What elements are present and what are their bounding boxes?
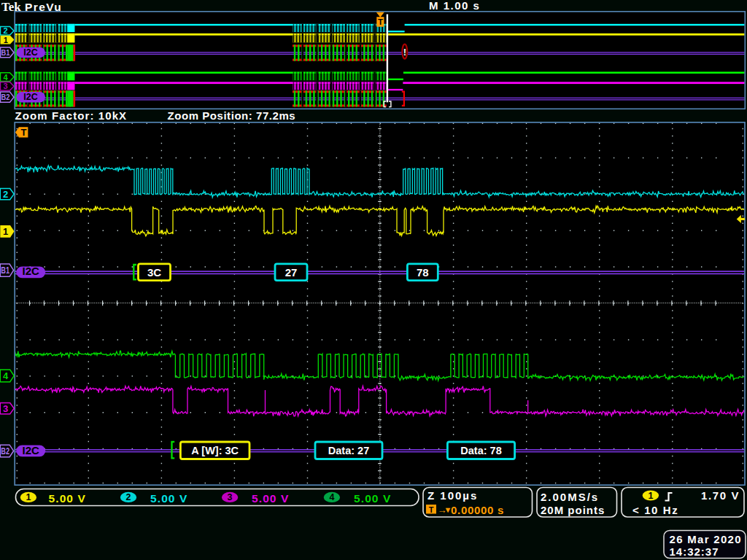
svg-text:PreVu: PreVu bbox=[25, 1, 62, 13]
svg-text:Data: 78: Data: 78 bbox=[460, 445, 501, 456]
svg-text:Z 100µs: Z 100µs bbox=[427, 489, 478, 502]
svg-text:Data: 27: Data: 27 bbox=[328, 445, 369, 456]
svg-text:B2: B2 bbox=[1, 93, 10, 101]
svg-text:78: 78 bbox=[417, 266, 429, 279]
svg-text:I2C: I2C bbox=[23, 265, 40, 277]
svg-text:2: 2 bbox=[126, 492, 131, 502]
svg-text:Zoom Position: 77.2ms: Zoom Position: 77.2ms bbox=[168, 109, 296, 122]
svg-text:M 1.00 s: M 1.00 s bbox=[429, 0, 480, 12]
svg-text:4: 4 bbox=[329, 492, 334, 502]
svg-text:I2C: I2C bbox=[23, 444, 40, 456]
svg-text:B1: B1 bbox=[1, 48, 10, 57]
svg-text:!: ! bbox=[403, 47, 406, 58]
svg-text:3: 3 bbox=[228, 492, 233, 502]
svg-text:I2C: I2C bbox=[23, 92, 37, 102]
svg-text:1: 1 bbox=[3, 226, 8, 237]
svg-text:5.00 V: 5.00 V bbox=[354, 492, 391, 505]
svg-text:B2: B2 bbox=[1, 446, 9, 456]
svg-text:1: 1 bbox=[4, 36, 8, 44]
svg-text:5.00 V: 5.00 V bbox=[252, 492, 289, 505]
svg-text:T: T bbox=[21, 127, 27, 138]
svg-text:1: 1 bbox=[26, 492, 31, 502]
svg-text:2: 2 bbox=[3, 26, 7, 35]
svg-text:1.70 V: 1.70 V bbox=[701, 489, 740, 502]
svg-text:A [W]: 3C: A [W]: 3C bbox=[191, 445, 239, 456]
svg-text:T: T bbox=[429, 505, 434, 514]
svg-text:20M points: 20M points bbox=[541, 504, 605, 516]
svg-text:B1: B1 bbox=[1, 265, 9, 276]
svg-text:I2C: I2C bbox=[23, 47, 37, 58]
svg-text:4: 4 bbox=[3, 370, 9, 381]
svg-text:3C: 3C bbox=[147, 266, 161, 279]
svg-text:0.00000 s: 0.00000 s bbox=[451, 504, 504, 516]
svg-text:1: 1 bbox=[648, 491, 653, 501]
svg-text:26 Mar 2020: 26 Mar 2020 bbox=[670, 533, 742, 545]
svg-text:< 10 Hz: < 10 Hz bbox=[632, 504, 678, 516]
svg-text:3: 3 bbox=[3, 82, 7, 90]
svg-text:5.00 V: 5.00 V bbox=[49, 492, 86, 505]
svg-text:2.00MS/s: 2.00MS/s bbox=[541, 491, 599, 503]
svg-text:T: T bbox=[378, 18, 383, 26]
svg-text:14:32:37: 14:32:37 bbox=[670, 545, 719, 558]
svg-text:2: 2 bbox=[3, 189, 8, 200]
svg-text:3: 3 bbox=[3, 403, 8, 414]
svg-text:27: 27 bbox=[285, 266, 298, 279]
svg-text:Zoom Factor: 10kX: Zoom Factor: 10kX bbox=[15, 109, 128, 122]
svg-text:5.00 V: 5.00 V bbox=[150, 492, 187, 505]
svg-text:4: 4 bbox=[3, 73, 8, 82]
